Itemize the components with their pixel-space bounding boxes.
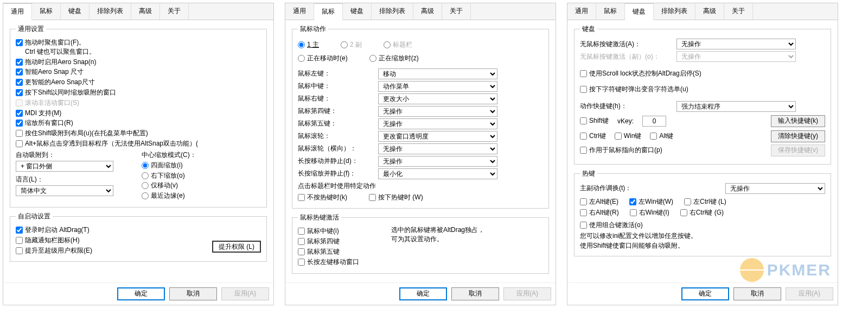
chk-aero-snap[interactable] bbox=[16, 59, 23, 66]
chk-hide-tray[interactable] bbox=[16, 237, 23, 244]
chk-win[interactable] bbox=[615, 133, 622, 140]
tab-general[interactable]: 通用 bbox=[3, 3, 32, 20]
lbl-secondary: 2 副 bbox=[350, 40, 362, 49]
tab-mouse[interactable]: 鼠标 bbox=[32, 3, 61, 20]
input-vkey[interactable] bbox=[642, 116, 666, 127]
keyboard-group: 键盘 无鼠标按键激活(A)：无操作 无鼠标按键激活（副）(o)：无操作 使用Sc… bbox=[574, 24, 831, 165]
chk-with-hotkey[interactable] bbox=[369, 194, 376, 201]
chk-smarter-aero[interactable] bbox=[16, 79, 23, 86]
chk-right-alt[interactable] bbox=[580, 209, 587, 216]
chk-right-ctrl[interactable] bbox=[680, 209, 687, 216]
tab-mouse[interactable]: 鼠标 bbox=[596, 3, 625, 20]
chk-shift-snap-layout[interactable] bbox=[16, 130, 23, 137]
chk-hk-mb5[interactable] bbox=[298, 248, 305, 255]
select-auto-snap[interactable]: + 窗口外侧 bbox=[16, 161, 113, 172]
tab-keyboard[interactable]: 键盘 bbox=[625, 3, 654, 20]
lbl-mb5: 鼠标第五键： bbox=[298, 119, 374, 128]
select-left[interactable]: 移动 bbox=[378, 68, 497, 79]
tab-mouse[interactable]: 鼠标 bbox=[314, 3, 343, 20]
tab-general[interactable]: 通用 bbox=[567, 3, 596, 20]
chk-shift-resize[interactable] bbox=[16, 89, 23, 96]
select-long-move[interactable]: 无操作 bbox=[378, 156, 497, 167]
select-main-sec-toggle[interactable]: 无操作 bbox=[725, 183, 825, 194]
chk-apply-pointed[interactable] bbox=[580, 147, 587, 154]
tab-blacklist[interactable]: 排除列表 bbox=[372, 3, 413, 20]
chk-ctrl[interactable] bbox=[580, 133, 587, 140]
chk-combo-activate[interactable] bbox=[580, 222, 587, 229]
chk-left-ctrl[interactable] bbox=[684, 198, 691, 205]
btn-cancel[interactable]: 取消 bbox=[733, 287, 781, 300]
chk-scroll-lock[interactable] bbox=[580, 70, 587, 77]
select-hwheel[interactable]: 无操作 bbox=[378, 143, 497, 154]
radio-secondary[interactable] bbox=[341, 41, 348, 48]
tab-about[interactable]: 关于 bbox=[160, 3, 189, 20]
btn-elevate[interactable]: 提升权限 (L) bbox=[212, 241, 261, 253]
chk-left-alt[interactable] bbox=[580, 198, 587, 205]
chk-focus-on-drag[interactable] bbox=[16, 39, 23, 46]
chk-hk-mb4[interactable] bbox=[298, 238, 305, 245]
select-action-hotkey[interactable]: 强力结束程序 bbox=[676, 101, 796, 112]
chk-shift[interactable] bbox=[580, 117, 587, 124]
radio-while-moving[interactable] bbox=[298, 55, 305, 62]
chk-resize-all[interactable] bbox=[16, 120, 23, 127]
tab-about[interactable]: 关于 bbox=[724, 3, 753, 20]
chk-wo-hotkey[interactable] bbox=[298, 194, 305, 201]
select-mb4[interactable]: 无操作 bbox=[378, 106, 497, 117]
radio-while-resizing[interactable] bbox=[369, 55, 376, 62]
select-right[interactable]: 更改大小 bbox=[378, 93, 497, 104]
lbl-aero-snap: 拖动时启用Aero Snap(n) bbox=[25, 58, 96, 67]
lbl-elevate-super: 提升至超级用户权限(E) bbox=[25, 246, 92, 255]
chk-autostart-login[interactable] bbox=[16, 227, 23, 234]
lbl-titlebar: 标题栏 bbox=[393, 40, 412, 49]
tab-advanced[interactable]: 高级 bbox=[131, 3, 160, 20]
lbl-long-move: 长按移动并静止(d)： bbox=[298, 156, 374, 166]
btn-cancel[interactable]: 取消 bbox=[169, 287, 217, 300]
radio-move-only[interactable] bbox=[142, 182, 149, 189]
select-activate-no-mouse[interactable]: 无操作 bbox=[676, 39, 796, 49]
select-mb5[interactable]: 无操作 bbox=[378, 118, 497, 129]
chk-alt[interactable] bbox=[650, 133, 657, 140]
tab-blacklist[interactable]: 排除列表 bbox=[90, 3, 131, 20]
lbl-hk-long-left: 长按左键移动窗口 bbox=[307, 258, 359, 267]
panel-keyboard: 通用 鼠标 键盘 排除列表 高级 关于 键盘 无鼠标按键激活(A)：无操作 无鼠… bbox=[567, 3, 838, 305]
select-middle[interactable]: 动作菜单 bbox=[378, 81, 497, 92]
tab-keyboard[interactable]: 键盘 bbox=[61, 3, 90, 20]
lbl-shift-resize: 按下Shift以同时缩放吸附的窗口 bbox=[25, 88, 116, 97]
mouse-hotkey-group: 鼠标热键激活 鼠标中键(i) 鼠标第四键 鼠标第五键 长按左键移动窗口 选中的鼠… bbox=[292, 213, 549, 273]
tab-about[interactable]: 关于 bbox=[442, 3, 471, 20]
tab-blacklist[interactable]: 排除列表 bbox=[654, 3, 695, 20]
select-wheel[interactable]: 更改窗口透明度 bbox=[378, 131, 497, 142]
tab-keyboard[interactable]: 键盘 bbox=[343, 3, 372, 20]
chk-hk-long-left[interactable] bbox=[298, 259, 305, 266]
mouse-hotkey-legend: 鼠标热键激活 bbox=[298, 213, 341, 222]
tab-general[interactable]: 通用 bbox=[285, 3, 314, 20]
chk-hk-middle[interactable] bbox=[298, 228, 305, 235]
chk-alt-click-through[interactable] bbox=[16, 140, 23, 147]
chk-mdi[interactable] bbox=[16, 110, 23, 117]
tab-advanced[interactable]: 高级 bbox=[413, 3, 442, 20]
btn-cancel[interactable]: 取消 bbox=[451, 287, 499, 300]
radio-primary[interactable] bbox=[298, 41, 305, 48]
chk-char-key-popup[interactable] bbox=[580, 86, 587, 93]
chk-left-win[interactable] bbox=[629, 198, 636, 205]
btn-ok[interactable]: 确定 bbox=[399, 287, 447, 300]
radio-bottom-right[interactable] bbox=[142, 172, 149, 179]
lbl-mdi: MDI 支持(M) bbox=[25, 109, 61, 118]
radio-titlebar[interactable] bbox=[384, 41, 391, 48]
lbl-smarter-aero: 更智能的Aero Snap尺寸 bbox=[25, 78, 95, 87]
btn-ok[interactable]: 确定 bbox=[117, 287, 165, 300]
radio-four-side[interactable] bbox=[142, 162, 149, 169]
btn-ok[interactable]: 确定 bbox=[681, 287, 729, 300]
select-language[interactable]: 简体中文 bbox=[16, 185, 113, 196]
autostart-legend: 自启动设置 bbox=[16, 212, 53, 221]
tab-advanced[interactable]: 高级 bbox=[695, 3, 724, 20]
btn-input-hotkey[interactable]: 输入快捷键(k) bbox=[771, 115, 825, 127]
lbl-smart-aero: 智能Aero Snap 尺寸 bbox=[25, 67, 84, 77]
chk-right-win[interactable] bbox=[630, 209, 637, 216]
chk-smart-aero[interactable] bbox=[16, 68, 23, 76]
select-long-resize[interactable]: 最小化 bbox=[378, 168, 497, 179]
radio-closest-edge[interactable] bbox=[142, 192, 149, 199]
chk-elevate-super[interactable] bbox=[16, 247, 23, 254]
hotkey-note: 选中的鼠标键将被AltDrag独占，可为其设置动作。 bbox=[391, 225, 543, 267]
btn-clear-hotkey[interactable]: 清除快捷键(y) bbox=[771, 130, 825, 142]
